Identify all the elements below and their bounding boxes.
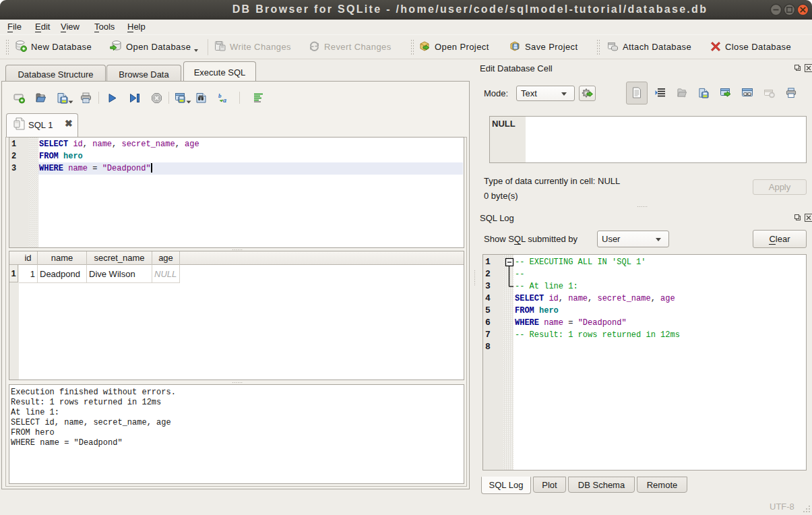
svg-text:a: a [223, 96, 226, 104]
svg-text:b: b [218, 92, 222, 99]
